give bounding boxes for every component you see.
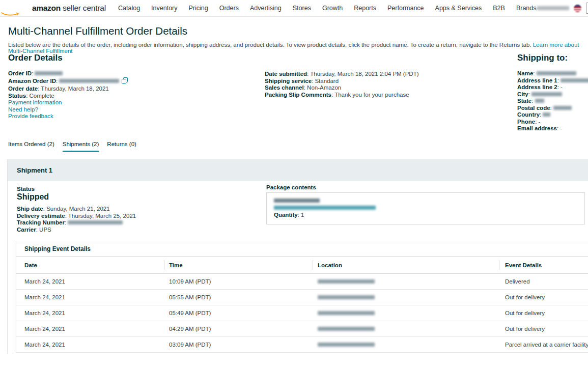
us-flag-icon	[574, 5, 581, 12]
cell-event: Out for delivery	[505, 294, 545, 300]
field-country: Country:	[517, 111, 588, 119]
package-contents-heading: Package contents	[266, 184, 316, 190]
redacted-value	[535, 99, 544, 103]
column-header-time: Time	[169, 262, 183, 268]
marketplace-selector[interactable]: ▾	[586, 3, 588, 14]
shipment-fields: Ship date: Sunday, March 21, 2021Deliver…	[17, 206, 136, 233]
link-provide-feedback[interactable]: Provide feedback	[8, 113, 253, 120]
table-row: March 24, 202110:09 AM (PDT)Delivered	[16, 274, 588, 290]
field-sales-channel: Sales channel: Non-Amazon	[265, 84, 499, 92]
order-details-links: Payment informationNeed help?Provide fee…	[8, 99, 253, 120]
field-packing-slip-comments: Packing Slip Comments: Thank you for you…	[265, 92, 499, 99]
cell-location	[318, 294, 375, 300]
field-shipping-service: Shipping service: Standard	[265, 78, 499, 85]
field-label: Ship date	[17, 206, 43, 212]
column-header-location: Location	[318, 262, 342, 268]
location-redacted	[318, 343, 375, 347]
order-details-fields: Order ID: Amazon Order ID: Order date: T…	[8, 70, 253, 99]
shipment-header: Shipment 1	[8, 159, 588, 181]
field-label: Tracking Number	[17, 219, 65, 225]
field-name: Name:	[517, 70, 588, 77]
redacted-value	[561, 78, 588, 82]
nav-item-reports[interactable]: Reports	[354, 5, 376, 12]
nav-item-orders[interactable]: Orders	[219, 5, 239, 12]
page-title: Multi-Channel Fulfillment Order Details	[8, 25, 187, 37]
cell-event: Parcel arrived at a carrier facility	[505, 342, 588, 348]
field-carrier: Carrier: UPS	[17, 227, 136, 234]
shipping-to-section: Shipping to: Name: Address line 1: Addre…	[517, 53, 588, 132]
field-value: Thursday, March 18, 2021	[41, 86, 108, 92]
nav-item-apps-services[interactable]: Apps & Services	[435, 5, 482, 12]
cell-date: March 24, 2021	[24, 294, 65, 300]
field-label: Carrier	[17, 227, 36, 233]
package-contents-box: Quantity: 1	[266, 192, 585, 224]
field-value: Sunday, March 21, 2021	[46, 206, 109, 212]
location-redacted	[318, 311, 375, 315]
field-label: City	[517, 91, 528, 97]
field-label: Sales channel	[265, 84, 304, 91]
redacted-value	[59, 79, 119, 83]
tab-returns-0[interactable]: Returns (0)	[107, 141, 136, 152]
column-divider	[164, 260, 164, 270]
redacted-value	[68, 220, 123, 224]
amazon-logo-text: amazon	[32, 4, 61, 13]
field-label: Amazon Order ID	[8, 78, 56, 84]
field-delivery-estimate: Delivery estimate: Thursday, March 25, 2…	[17, 213, 136, 220]
cell-date: March 24, 2021	[24, 310, 65, 316]
nav-item-brands[interactable]: Brands	[516, 5, 537, 12]
product-name-link	[274, 204, 577, 211]
field-value: Thursday, March 25, 2021	[68, 213, 136, 219]
cell-event: Out for delivery	[505, 310, 545, 316]
product-name-link[interactable]	[274, 206, 376, 210]
cell-date: March 24, 2021	[24, 278, 65, 285]
nav-item-stores[interactable]: Stores	[293, 5, 311, 12]
field-value: -	[561, 84, 563, 90]
cell-date: March 24, 2021	[24, 326, 65, 332]
field-label: Date submitted	[265, 71, 307, 77]
field-label: Address line 2	[517, 84, 557, 90]
field-label: Postal code	[517, 105, 550, 111]
field-label: Order date	[8, 86, 38, 92]
redacted-value	[537, 71, 576, 75]
link-need-help[interactable]: Need help?	[8, 106, 253, 114]
field-label: Email address	[517, 125, 557, 131]
nav-item-catalog[interactable]: Catalog	[118, 5, 140, 12]
field-label: Quantity	[274, 212, 298, 218]
cell-event: Out for delivery	[505, 326, 545, 332]
nav-item-performance[interactable]: Performance	[387, 5, 424, 12]
nav-item-b2b[interactable]: B2B	[493, 5, 505, 12]
field-tracking-number: Tracking Number:	[17, 219, 136, 227]
field-label: State	[517, 98, 531, 104]
shipping-to-heading: Shipping to:	[517, 53, 588, 63]
seller-central-order-details-page: { "nav": { "logo_brand": "amazon", "logo…	[0, 0, 588, 367]
shipping-to-fields: Name: Address line 1: Address line 2: -C…	[517, 70, 588, 132]
field-city: City:	[517, 91, 588, 98]
username-redacted	[537, 6, 569, 10]
link-payment-information[interactable]: Payment information	[8, 99, 253, 106]
order-details-section: Order Details Order ID: Amazon Order ID:…	[8, 53, 253, 120]
field-value: Non-Amazon	[307, 84, 341, 91]
field-order-id: Order ID:	[8, 70, 253, 77]
field-phone: Phone: -	[517, 119, 588, 126]
status-label: Status	[17, 186, 35, 192]
nav-item-inventory[interactable]: Inventory	[151, 5, 177, 12]
copy-icon[interactable]	[122, 77, 128, 86]
redacted-value	[35, 71, 63, 75]
cell-location	[318, 278, 375, 285]
nav-item-pricing[interactable]: Pricing	[189, 5, 208, 12]
field-email-address: Email address: -	[517, 125, 588, 132]
cell-time: 10:09 AM (PDT)	[169, 278, 211, 285]
account-area: ▾	[537, 3, 588, 14]
field-value: Thursday, March 18, 2021 2:04 PM (PDT)	[310, 71, 418, 77]
cell-location	[318, 326, 375, 332]
tab-shipments-2[interactable]: Shipments (2)	[63, 141, 99, 152]
seller-central-logo-text: seller central	[63, 4, 106, 13]
amazon-smile-icon	[1, 9, 19, 18]
page-description: Listed below are the details of the orde…	[8, 42, 588, 54]
seller-central-logo[interactable]: amazon seller central	[32, 4, 106, 13]
nav-item-advertising[interactable]: Advertising	[250, 5, 282, 12]
nav-item-growth[interactable]: Growth	[322, 5, 343, 12]
package-sku	[274, 199, 320, 203]
status-value: Shipped	[17, 192, 49, 202]
tab-items-ordered-2[interactable]: Items Ordered (2)	[8, 141, 54, 152]
